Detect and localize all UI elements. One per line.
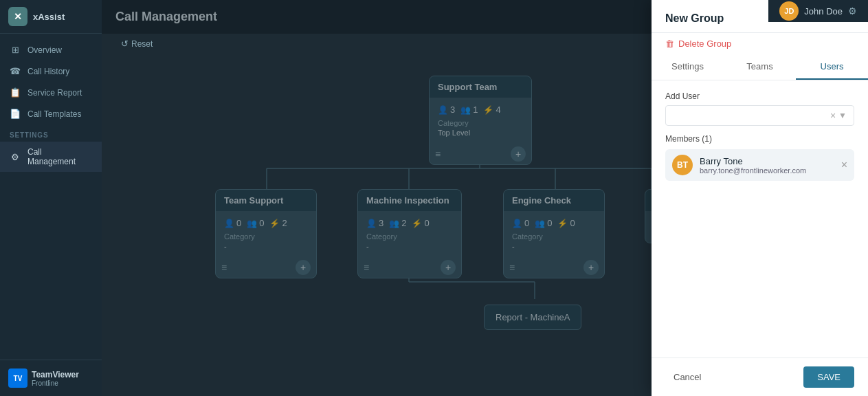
sidebar-item-label-service-report: Service Report <box>27 88 82 98</box>
modal-footer: Cancel SAVE <box>652 358 868 396</box>
reset-icon: ↺ <box>121 38 129 49</box>
member-email: barry.tone@frontlineworker.com <box>700 166 834 175</box>
user-name: John Doe <box>804 6 843 16</box>
modal-tabs: Settings Teams Users <box>652 54 868 80</box>
user-avatar: JD <box>779 1 799 21</box>
member-avatar: BT <box>672 155 693 175</box>
sidebar-nav: ⊞ Overview ☎ Call History 📋 Service Repo… <box>0 34 102 360</box>
members-label: Members (1) <box>665 134 854 144</box>
app-logo-icon: ✕ <box>8 7 27 26</box>
sidebar-item-service-report[interactable]: 📋 Service Report <box>0 82 102 103</box>
add-user-section-label: Add User <box>665 91 854 101</box>
teamviewer-logo: TV TeamViewer Frontline <box>8 368 93 388</box>
tv-icon: TV <box>8 368 27 388</box>
sidebar-item-label-call-history: Call History <box>27 67 69 76</box>
overview-icon: ⊞ <box>10 45 21 55</box>
tv-brand-text: TeamViewer Frontline <box>32 370 79 387</box>
modal-title: New Group <box>665 12 724 25</box>
sidebar-logo: ✕ xAssist <box>0 0 102 34</box>
add-user-input[interactable] <box>673 111 827 121</box>
modal-panel: New Group × 🗑 Delete Group Settings Team… <box>652 0 868 396</box>
member-item: BT Barry Tone barry.tone@frontlineworker… <box>665 149 854 181</box>
sidebar-item-label-call-management: Call Management <box>27 147 92 166</box>
reset-button[interactable]: ↺ Reset <box>115 36 158 52</box>
delete-group-icon: 🗑 <box>665 38 674 49</box>
main-area: Call Management ↺ Reset Support Team <box>102 0 868 396</box>
sidebar-item-overview[interactable]: ⊞ Overview <box>0 39 102 60</box>
delete-group-label: Delete Group <box>678 38 731 49</box>
tab-teams[interactable]: Teams <box>724 54 796 80</box>
member-name: Barry Tone <box>700 156 834 166</box>
save-button[interactable]: SAVE <box>803 366 854 388</box>
sidebar-item-call-history[interactable]: ☎ Call History <box>0 60 102 82</box>
call-templates-icon: 📄 <box>10 109 21 119</box>
modal-body: Add User × ▼ Members (1) BT Barry Tone b… <box>652 80 868 358</box>
member-remove-button[interactable]: × <box>841 159 847 171</box>
add-user-chevron-icon[interactable]: ▼ <box>838 111 847 120</box>
sidebar-item-call-templates[interactable]: 📄 Call Templates <box>0 103 102 124</box>
add-user-row: × ▼ <box>665 105 854 126</box>
app-name: xAssist <box>33 12 65 22</box>
sidebar-item-label-call-templates: Call Templates <box>27 109 81 119</box>
sidebar-item-label-overview: Overview <box>27 45 62 55</box>
user-settings-icon[interactable]: ⚙ <box>848 6 857 16</box>
tab-settings[interactable]: Settings <box>652 54 724 80</box>
service-report-icon: 📋 <box>10 87 21 98</box>
delete-group-button[interactable]: 🗑 Delete Group <box>652 33 868 54</box>
top-bar: JD John Doe ⚙ <box>768 0 868 22</box>
tab-users[interactable]: Users <box>796 54 868 80</box>
call-management-icon: ⚙ <box>10 152 21 162</box>
sidebar: ✕ xAssist ⊞ Overview ☎ Call History 📋 Se… <box>0 0 102 396</box>
sidebar-bottom: TV TeamViewer Frontline <box>0 360 102 396</box>
member-info: Barry Tone barry.tone@frontlineworker.co… <box>700 156 834 175</box>
sidebar-item-call-management[interactable]: ⚙ Call Management <box>0 142 102 172</box>
call-history-icon: ☎ <box>10 66 21 76</box>
cancel-button[interactable]: Cancel <box>665 368 709 386</box>
add-user-clear-icon[interactable]: × <box>830 110 836 121</box>
reset-label: Reset <box>131 39 153 49</box>
settings-section-label: SETTINGS <box>0 124 102 142</box>
